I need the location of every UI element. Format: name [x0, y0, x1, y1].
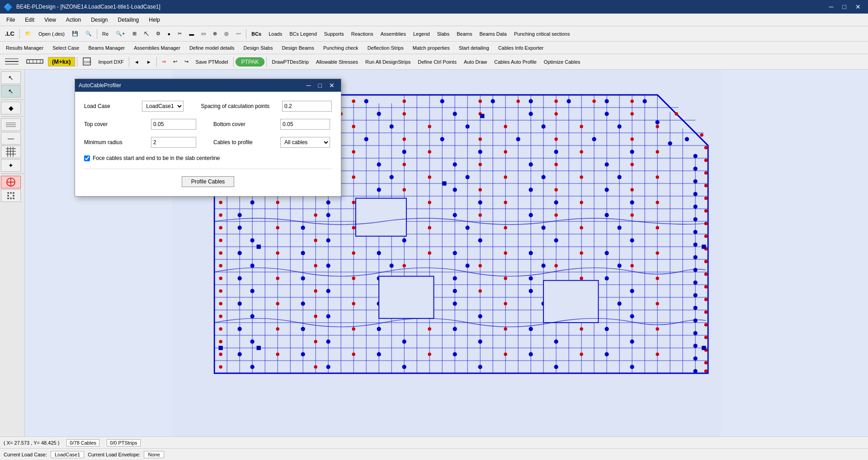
search-button[interactable]: 🔍 [82, 29, 95, 38]
dialog-minimize-button[interactable]: ─ [304, 82, 314, 89]
cut-button[interactable]: ✂ [175, 29, 185, 38]
deflection-strips-button[interactable]: Deflection Strips [363, 44, 408, 52]
arrow-red-button[interactable]: ⇒ [159, 57, 169, 66]
design-slabs-button[interactable]: Design Slabs [240, 44, 277, 52]
dialog-titlebar[interactable]: AutoCableProfiler ─ □ ✕ [75, 79, 341, 92]
cables-info-exporter-button[interactable]: Cables Info Exporter [494, 44, 547, 52]
sidebar-grid-tool[interactable] [1, 118, 21, 131]
autocableprofiler-dialog[interactable]: AutoCableProfiler ─ □ ✕ Load Case LoadCa… [75, 79, 341, 197]
optimize-cables-button[interactable]: Optimize Cables [541, 58, 584, 66]
min-radius-input[interactable] [151, 137, 196, 148]
cables-to-profile-select[interactable]: All cables [280, 137, 330, 148]
undo-button[interactable]: ↩ [170, 57, 180, 66]
beams-button[interactable]: Beams [453, 30, 475, 38]
assemblies-button[interactable]: Assemblies [377, 30, 409, 38]
bcs-legend-button[interactable]: BCs Legend [286, 30, 320, 38]
dialog-maximize-button[interactable]: □ [316, 82, 325, 89]
strip-icon1[interactable] [2, 56, 22, 68]
ptpak-button[interactable]: PTPAK [236, 57, 264, 66]
load-case-select[interactable]: LoadCase1 [142, 101, 184, 112]
beams-data-button[interactable]: Beams Data [476, 30, 510, 38]
rect2-button[interactable]: ▭ [198, 29, 209, 38]
zoom-in-button[interactable]: 🔍+ [113, 29, 128, 38]
profile-cables-button[interactable]: Profile Cables [182, 176, 235, 187]
arrow-left-button[interactable]: ◄ [131, 58, 142, 66]
strip-icon2[interactable] [23, 56, 47, 68]
slabs-button[interactable]: Slabs [434, 30, 453, 38]
save-ptmodel-button[interactable]: Save PTModel [193, 58, 231, 66]
define-ctrl-button[interactable]: Define Ctrl Points [415, 58, 460, 66]
sidebar-polygon-tool[interactable]: ◆ [1, 102, 21, 114]
menu-action[interactable]: Action [61, 15, 85, 25]
punching-check-button[interactable]: Punching check [319, 44, 363, 52]
tools2-button[interactable]: ⚙ [153, 29, 164, 38]
punching-button[interactable]: Punching critical sections [511, 30, 573, 38]
bcs-button[interactable]: BCs [248, 30, 264, 38]
open-file-button[interactable]: 📁 [22, 29, 34, 38]
beams-manager-button[interactable]: Beams Manager [84, 44, 129, 52]
match-properties-button[interactable]: Match properties [409, 44, 454, 52]
menu-detailing[interactable]: Detailing [113, 15, 144, 25]
force-cables-checkbox[interactable] [84, 155, 90, 161]
spacing-input[interactable] [282, 101, 332, 112]
start-detailing-button[interactable]: Start detailing [455, 44, 493, 52]
sidebar-dots-tool[interactable] [1, 189, 21, 202]
assemblies-manager-button[interactable]: Assemblies Manager [130, 44, 184, 52]
import-dxf-button[interactable]: Import DXF [95, 58, 127, 66]
menu-edit[interactable]: Edit [20, 15, 39, 25]
dialog-close-button[interactable]: ✕ [326, 82, 337, 89]
svg-point-239 [504, 327, 507, 330]
dialog-titlebar-buttons[interactable]: ─ □ ✕ [304, 82, 337, 89]
select-case-button[interactable]: Select Case [48, 44, 83, 52]
menu-file[interactable]: File [2, 15, 19, 25]
tools1-button[interactable]: ⛏ [141, 30, 152, 38]
cables-auto-profile-button[interactable]: Cables Auto Profile [491, 58, 540, 66]
sidebar-hash-tool[interactable] [1, 146, 21, 158]
svg-point-400 [326, 339, 330, 343]
arrow-right-button[interactable]: ► [143, 58, 155, 66]
menu-help[interactable]: Help [144, 15, 165, 25]
sidebar-target-tool[interactable] [1, 176, 21, 188]
rect1-button[interactable]: ▬ [186, 30, 197, 38]
minimize-button[interactable]: ─ [826, 2, 837, 11]
grid-button[interactable]: ⊞ [129, 29, 140, 38]
circle-button[interactable]: ● [165, 30, 174, 38]
reactions-button[interactable]: Reactions [348, 30, 377, 38]
svg-point-226 [656, 302, 659, 305]
redo-button[interactable]: ↪ [181, 57, 192, 66]
sidebar-cross-tool[interactable]: ✦ [1, 159, 21, 172]
tool3-button[interactable]: ⊕ [210, 29, 220, 38]
legend-button[interactable]: Legend [410, 30, 433, 38]
results-manager-button[interactable]: Results Manager [2, 44, 47, 52]
mkx-button[interactable]: (M+kx) [48, 57, 75, 66]
title-bar-controls[interactable]: ─ □ ✕ [826, 2, 864, 11]
svg-point-117 [352, 125, 355, 128]
bottom-cover-input[interactable] [280, 119, 330, 130]
open-des-button[interactable]: Open (.des) [35, 30, 68, 38]
import-dxf-icon[interactable]: DXF [79, 56, 94, 68]
supports-button[interactable]: Supports [321, 30, 347, 38]
design-beams-button[interactable]: Design Beams [278, 44, 318, 52]
menu-design[interactable]: Design [86, 15, 112, 25]
canvas-area[interactable]: AutoCableProfiler ─ □ ✕ Load Case LoadCa… [25, 70, 868, 437]
lc-button[interactable]: .LC [2, 29, 18, 38]
wave-button[interactable]: 〰 [233, 30, 244, 38]
tool4-button[interactable]: ◎ [221, 29, 232, 38]
draw-pt-desstrip-button[interactable]: DrawPTDesStrip [269, 58, 312, 66]
top-cover-input[interactable] [151, 119, 196, 130]
title-bar: 🔷 BE4E-PLDesign - [NZONE14.LoadCase1-tit… [0, 0, 868, 14]
sidebar-cursor-tool[interactable]: ↖ [1, 71, 21, 84]
re-button[interactable]: Re [99, 30, 112, 38]
auto-draw-button[interactable]: Auto Draw [461, 58, 490, 66]
save-button[interactable]: 💾 [69, 29, 81, 38]
run-all-button[interactable]: Run All DesignStrips [362, 58, 414, 66]
menu-view[interactable]: View [40, 15, 61, 25]
define-model-button[interactable]: Define model details [185, 44, 239, 52]
sidebar-point-tool[interactable]: — [1, 132, 21, 145]
maximize-button[interactable]: □ [839, 2, 850, 11]
loads-button[interactable]: Loads [265, 30, 285, 38]
sidebar-select-tool[interactable]: ↖ [1, 85, 21, 98]
close-button[interactable]: ✕ [852, 2, 864, 11]
allowable-stresses-button[interactable]: Allowable Stresses [313, 58, 361, 66]
svg-point-331 [238, 213, 242, 217]
